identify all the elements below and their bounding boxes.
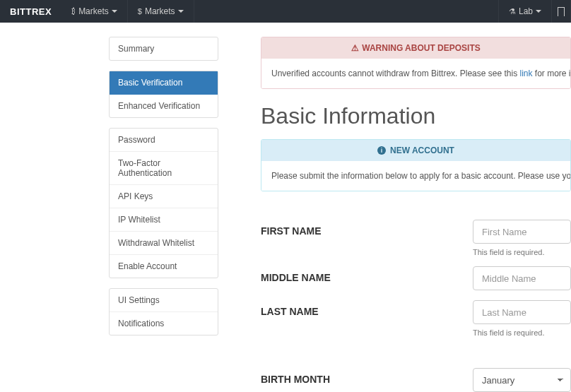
sidebar-group-prefs: UI Settings Notifications [109,288,218,335]
sidebar-group-verification: Basic Verification Enhanced Verification [109,71,218,118]
deposit-warning-text-pre: Unverified accounts cannot withdraw from… [271,69,520,78]
sidebar-item-summary[interactable]: Summary [110,37,218,60]
sidebar-group-summary: Summary [109,37,218,61]
deposit-warning-title: WARNING ABOUT DEPOSITS [362,43,481,53]
last-name-row: LAST NAME This field is required. [261,300,571,337]
info-icon [377,146,386,155]
dollar-icon: $ [138,7,142,16]
warning-icon [351,43,362,53]
lab-menu[interactable]: Lab [498,0,552,23]
deposit-warning-alert: WARNING ABOUT DEPOSITS Unverified accoun… [261,37,571,89]
menu-icon [558,7,565,16]
last-name-input[interactable] [473,300,571,324]
page-container: Summary Basic Verification Enhanced Veri… [109,23,571,392]
first-name-help: This field is required. [473,248,571,256]
deposit-warning-body: Unverified accounts cannot withdraw from… [261,59,570,88]
sidebar-item-notifications[interactable]: Notifications [110,312,218,335]
new-account-info-title: NEW ACCOUNT [390,145,454,155]
last-name-label: LAST NAME [261,300,473,317]
btc-markets-menu[interactable]: ₿ Markets [61,0,128,23]
sidebar-item-basic-verification[interactable]: Basic Verification [110,71,218,95]
sidebar-item-enhanced-verification[interactable]: Enhanced Verification [110,95,218,117]
caret-down-icon [112,10,117,13]
lab-label: Lab [519,6,533,16]
birth-month-label: BIRTH MONTH [261,368,473,385]
last-name-help: This field is required. [473,328,571,337]
middle-name-row: MIDDLE NAME [261,266,571,290]
sidebar-item-password[interactable]: Password [110,129,218,152]
first-name-field-wrap: This field is required. [473,220,571,256]
new-account-info-header: NEW ACCOUNT [261,140,570,161]
btc-markets-label: Markets [78,6,109,16]
settings-sidebar: Summary Basic Verification Enhanced Veri… [109,37,218,392]
new-account-info-body: Please submit the information below to a… [261,161,570,191]
bitcoin-icon: ₿ [71,7,76,16]
navbar-left: BITTREX ₿ Markets $ Markets [0,0,194,23]
extra-menu[interactable] [552,0,571,23]
usd-markets-menu[interactable]: $ Markets [128,0,194,23]
sidebar-item-two-factor[interactable]: Two-Factor Authentication [110,152,218,185]
deposit-warning-link[interactable]: link [520,69,533,78]
page-title: Basic Information [261,103,571,129]
usd-markets-label: Markets [145,6,175,16]
middle-name-label: MIDDLE NAME [261,266,473,283]
first-name-label: FIRST NAME [261,220,473,237]
birth-month-select[interactable]: January [473,368,571,392]
sidebar-group-security: Password Two-Factor Authentication API K… [109,128,218,278]
middle-name-input[interactable] [473,266,571,290]
brand-logo[interactable]: BITTREX [0,0,61,23]
first-name-row: FIRST NAME This field is required. [261,220,571,256]
birth-month-row: BIRTH MONTH January [261,368,571,392]
sidebar-item-withdrawal-whitelist[interactable]: Withdrawal Whitelist [110,232,218,255]
top-navbar: BITTREX ₿ Markets $ Markets Lab [0,0,571,23]
deposit-warning-text-post: for more informa [533,69,571,78]
flask-icon [509,6,516,16]
caret-down-icon [178,10,184,13]
sidebar-item-ui-settings[interactable]: UI Settings [110,289,218,312]
navbar-right: Lab [498,0,571,23]
caret-down-icon [536,10,541,13]
middle-name-field-wrap [473,266,571,290]
sidebar-item-api-keys[interactable]: API Keys [110,185,218,208]
sidebar-item-enable-account[interactable]: Enable Account [110,255,218,278]
first-name-input[interactable] [473,220,571,244]
last-name-field-wrap: This field is required. [473,300,571,337]
deposit-warning-header: WARNING ABOUT DEPOSITS [261,37,570,59]
new-account-info-alert: NEW ACCOUNT Please submit the informatio… [261,139,571,191]
sidebar-item-ip-whitelist[interactable]: IP Whitelist [110,208,218,232]
main-content: WARNING ABOUT DEPOSITS Unverified accoun… [232,37,571,392]
birth-month-field-wrap: January [473,368,571,392]
